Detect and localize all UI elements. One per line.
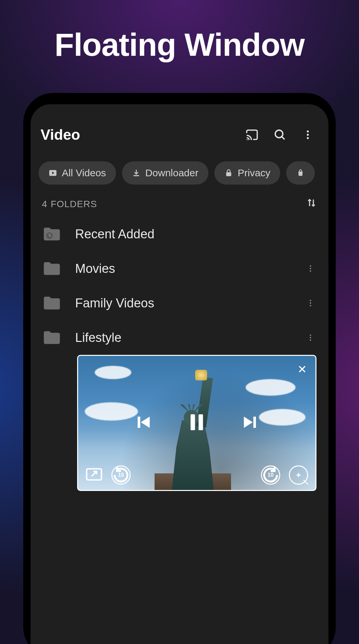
svg-rect-7: [226, 172, 231, 176]
app-screen: Video: [31, 104, 328, 644]
svg-point-9: [310, 265, 311, 267]
forward-icon: [261, 465, 280, 485]
chip-privacy[interactable]: Privacy: [214, 161, 280, 185]
svg-point-15: [310, 334, 311, 336]
skip-next-icon: [241, 413, 260, 432]
floating-player[interactable]: 10 10: [77, 355, 316, 491]
bag-icon: [296, 169, 305, 177]
row-more-button[interactable]: [304, 331, 317, 344]
chip-label: Privacy: [238, 167, 270, 179]
sort-icon: [306, 197, 317, 208]
folder-count: 4: [42, 199, 48, 209]
row-more-button[interactable]: [304, 262, 317, 275]
pause-button[interactable]: [186, 412, 207, 434]
folder-list: Recent Added Movies Family Videos: [31, 217, 328, 355]
svg-rect-21: [253, 417, 256, 428]
svg-point-14: [310, 305, 311, 306]
svg-point-0: [247, 139, 248, 140]
zoom-button[interactable]: [289, 465, 308, 485]
app-header: Video: [31, 104, 328, 155]
chip-label: Downloader: [145, 167, 198, 179]
chip-all-videos[interactable]: All Videos: [39, 161, 116, 185]
more-vert-icon: [306, 299, 315, 307]
row-more-button[interactable]: [304, 296, 317, 310]
rewind-icon: [111, 465, 131, 485]
forward-10-button[interactable]: 10: [261, 465, 280, 485]
more-vert-icon: [306, 264, 315, 273]
more-vert-icon: [302, 129, 313, 140]
play-icon: [49, 169, 57, 177]
folder-icon: [42, 329, 62, 346]
folder-row[interactable]: Movies: [37, 251, 322, 286]
svg-rect-19: [190, 414, 195, 430]
svg-point-11: [310, 270, 311, 272]
magnifier-handle-icon: [302, 479, 309, 486]
more-button[interactable]: [297, 124, 318, 145]
folder-row[interactable]: Recent Added: [37, 217, 322, 251]
lock-icon: [224, 169, 233, 177]
svg-point-10: [310, 268, 311, 269]
folder-icon: [42, 294, 62, 312]
svg-point-1: [275, 130, 283, 138]
download-icon: [132, 169, 141, 177]
skip-previous-icon: [134, 413, 153, 432]
folder-section-label: FOLDERS: [51, 199, 97, 209]
svg-point-17: [310, 339, 311, 341]
row-more-placeholder: [304, 227, 317, 241]
player-bottom-bar: 10 10: [78, 465, 315, 485]
svg-point-4: [307, 137, 309, 139]
svg-point-16: [310, 337, 311, 338]
search-icon: [273, 128, 287, 142]
zoom-in-icon: [294, 470, 303, 480]
folder-label: Movies: [75, 262, 291, 276]
svg-rect-20: [198, 414, 203, 430]
chip-label: All Videos: [62, 167, 106, 179]
fullscreen-icon: [85, 467, 103, 481]
folder-icon: [42, 260, 62, 277]
next-button[interactable]: [241, 413, 260, 433]
folder-row[interactable]: Family Videos: [37, 286, 322, 320]
sort-button[interactable]: [306, 197, 317, 211]
more-vert-icon: [306, 333, 315, 342]
hero-title: Floating Window: [0, 27, 359, 63]
chip-downloader[interactable]: Downloader: [122, 161, 208, 185]
search-button[interactable]: [269, 124, 291, 145]
cast-button[interactable]: [241, 124, 263, 145]
folder-label: Lifestyle: [75, 331, 291, 345]
fullscreen-button[interactable]: [85, 467, 103, 483]
chip-overflow[interactable]: [286, 161, 315, 185]
rewind-10-button[interactable]: 10: [111, 465, 131, 485]
page-title: Video: [41, 126, 235, 143]
phone-frame: Video: [23, 93, 336, 644]
previous-button[interactable]: [134, 413, 153, 433]
svg-point-13: [310, 302, 311, 304]
svg-rect-6: [133, 175, 139, 176]
svg-point-12: [310, 300, 311, 301]
svg-point-3: [307, 134, 309, 136]
folder-label: Family Videos: [75, 296, 291, 310]
clock-folder-icon: [42, 225, 62, 243]
svg-rect-18: [138, 417, 140, 428]
svg-point-2: [307, 130, 309, 132]
folder-label: Recent Added: [75, 227, 291, 241]
folders-section-header: 4 FOLDERS: [31, 188, 328, 217]
filter-chips: All Videos Downloader Privacy: [31, 155, 328, 188]
pause-icon: [186, 412, 207, 433]
folder-row[interactable]: Lifestyle: [37, 320, 322, 355]
cast-icon: [245, 128, 259, 142]
